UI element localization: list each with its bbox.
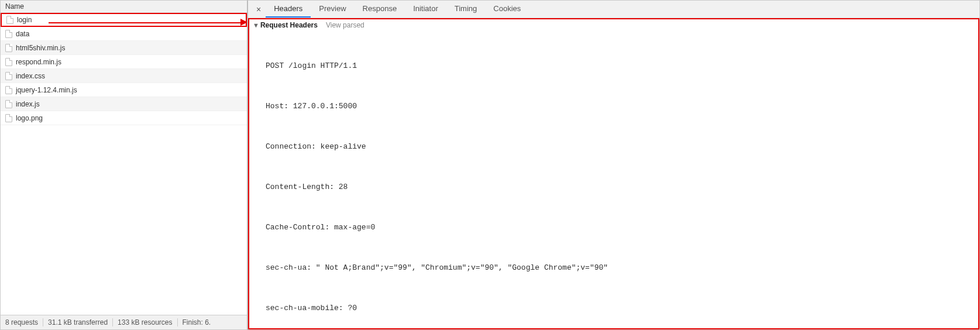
network-requests-panel: Name login data html5shiv.min.js respond… <box>0 0 248 330</box>
request-row-html5shiv[interactable]: html5shiv.min.js <box>1 41 247 55</box>
header-line: Host: 127.0.0.1:5000 <box>266 99 978 113</box>
request-name: html5shiv.min.js <box>16 44 65 52</box>
tab-timing[interactable]: Timing <box>446 1 486 18</box>
file-icon <box>5 30 12 38</box>
request-headers-section[interactable]: ▼Request Headers View parsed <box>249 19 978 31</box>
section-title: Request Headers <box>260 21 318 29</box>
request-name: jquery-1.12.4.min.js <box>16 86 77 94</box>
header-line: sec-ch-ua-mobile: ?0 <box>266 301 978 315</box>
headers-detail-area: ▼Request Headers View parsed POST /login… <box>248 18 979 329</box>
request-row-indexjs[interactable]: index.js <box>1 97 247 111</box>
status-requests: 8 requests <box>5 318 43 326</box>
header-line: sec-ch-ua: " Not A;Brand";v="99", "Chrom… <box>266 261 978 274</box>
request-row-jquery[interactable]: jquery-1.12.4.min.js <box>1 83 247 97</box>
request-name: data <box>16 30 29 38</box>
status-resources: 133 kB resources <box>113 318 177 326</box>
request-name: login <box>17 16 32 24</box>
file-icon <box>5 114 12 122</box>
status-finish: Finish: 6. <box>178 318 216 326</box>
raw-headers: POST /login HTTP/1.1 Host: 127.0.0.1:500… <box>249 31 978 329</box>
tab-bar: × Headers Preview Response Initiator Tim… <box>248 1 979 18</box>
file-icon <box>5 100 12 108</box>
header-line: Cache-Control: max-age=0 <box>266 221 978 234</box>
tab-response[interactable]: Response <box>355 1 405 18</box>
file-icon <box>5 72 12 80</box>
tab-preview[interactable]: Preview <box>311 1 354 18</box>
request-row-logo[interactable]: logo.png <box>1 111 247 125</box>
details-panel: × Headers Preview Response Initiator Tim… <box>248 0 980 330</box>
request-name: logo.png <box>16 114 43 122</box>
name-column-header[interactable]: Name <box>1 1 247 13</box>
request-row-respond[interactable]: respond.min.js <box>1 55 247 69</box>
file-icon <box>5 44 12 52</box>
status-transferred: 31.1 kB transferred <box>43 318 113 326</box>
request-row-data[interactable]: data <box>1 27 247 41</box>
request-row-indexcss[interactable]: index.css <box>1 69 247 83</box>
tab-headers[interactable]: Headers <box>266 1 311 18</box>
file-icon <box>6 16 13 24</box>
header-line: Content-Length: 28 <box>266 180 978 194</box>
expand-toggle[interactable]: ▼Request Headers <box>253 21 318 29</box>
file-icon <box>5 86 12 94</box>
tab-initiator[interactable]: Initiator <box>405 1 446 18</box>
request-line: POST /login HTTP/1.1 <box>266 59 978 73</box>
close-icon[interactable]: × <box>252 2 266 16</box>
header-line: Connection: keep-alive <box>266 140 978 153</box>
request-name: respond.min.js <box>16 58 61 66</box>
request-name: index.css <box>16 72 45 80</box>
file-icon <box>5 58 12 66</box>
status-bar: 8 requests 31.1 kB transferred 133 kB re… <box>1 315 247 329</box>
request-row-login[interactable]: login <box>1 13 247 27</box>
tab-cookies[interactable]: Cookies <box>485 1 529 18</box>
view-parsed-link[interactable]: View parsed <box>326 21 365 29</box>
request-list: login data html5shiv.min.js respond.min.… <box>1 13 247 315</box>
triangle-down-icon: ▼ <box>253 22 259 29</box>
request-name: index.js <box>16 100 40 108</box>
